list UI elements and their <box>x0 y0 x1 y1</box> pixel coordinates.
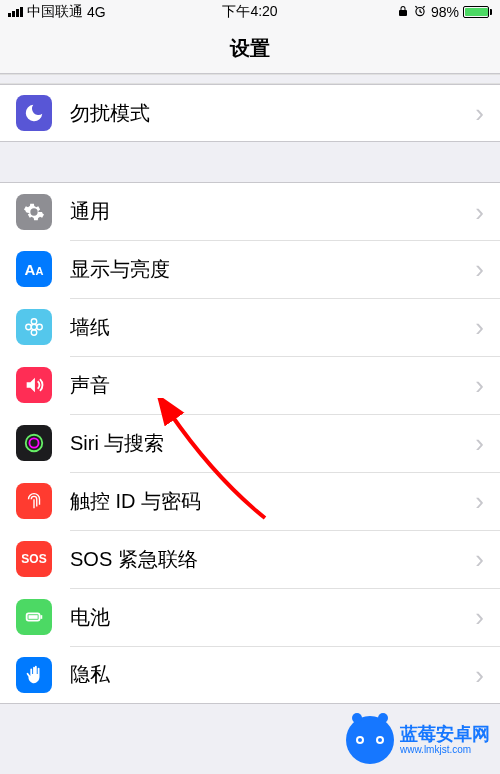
svg-point-1 <box>31 324 37 330</box>
text-size-icon: AA <box>16 251 52 287</box>
siri-icon <box>16 425 52 461</box>
svg-point-6 <box>26 435 43 452</box>
row-label: 墙纸 <box>70 314 475 341</box>
row-label: 隐私 <box>70 661 475 688</box>
chevron-right-icon: › <box>475 256 484 282</box>
gear-icon <box>16 194 52 230</box>
row-sos[interactable]: SOS SOS 紧急联络 › <box>0 530 500 588</box>
row-privacy[interactable]: 隐私 › <box>0 646 500 704</box>
svg-point-3 <box>31 330 37 336</box>
battery-pct-label: 98% <box>431 4 459 20</box>
row-label: SOS 紧急联络 <box>70 546 475 573</box>
row-general[interactable]: 通用 › <box>0 182 500 240</box>
row-label: 触控 ID 与密码 <box>70 488 475 515</box>
alarm-icon <box>413 4 427 21</box>
row-touchid[interactable]: 触控 ID 与密码 › <box>0 472 500 530</box>
row-battery[interactable]: 电池 › <box>0 588 500 646</box>
group-gap <box>0 142 500 182</box>
row-label: 显示与亮度 <box>70 256 475 283</box>
watermark: 蓝莓安卓网 www.lmkjst.com <box>346 716 490 764</box>
chevron-right-icon: › <box>475 604 484 630</box>
signal-icon <box>8 7 23 17</box>
speaker-icon <box>16 367 52 403</box>
battery-icon <box>463 6 492 18</box>
settings-group: 勿扰模式 › <box>0 84 500 142</box>
chevron-right-icon: › <box>475 546 484 572</box>
svg-rect-9 <box>40 615 42 619</box>
svg-point-5 <box>37 324 43 330</box>
chevron-right-icon: › <box>475 199 484 225</box>
row-label: 声音 <box>70 372 475 399</box>
chevron-right-icon: › <box>475 100 484 126</box>
row-siri[interactable]: Siri 与搜索 › <box>0 414 500 472</box>
chevron-right-icon: › <box>475 430 484 456</box>
chevron-right-icon: › <box>475 372 484 398</box>
spacer <box>0 74 500 84</box>
row-label: 勿扰模式 <box>70 100 475 127</box>
moon-icon <box>16 95 52 131</box>
fingerprint-icon <box>16 483 52 519</box>
settings-group: 通用 › AA 显示与亮度 › 墙纸 › 声音 › <box>0 182 500 704</box>
watermark-brand: 蓝莓安卓网 <box>400 725 490 745</box>
row-label: 电池 <box>70 604 475 631</box>
lock-icon <box>397 4 409 20</box>
status-bar: 中国联通 4G 下午4:20 98% <box>0 0 500 24</box>
page-title: 设置 <box>230 35 270 62</box>
sos-icon: SOS <box>16 541 52 577</box>
carrier-label: 中国联通 <box>27 3 83 21</box>
row-display[interactable]: AA 显示与亮度 › <box>0 240 500 298</box>
chevron-right-icon: › <box>475 662 484 688</box>
battery-row-icon <box>16 599 52 635</box>
hand-icon <box>16 657 52 693</box>
row-label: Siri 与搜索 <box>70 430 475 457</box>
nav-header: 设置 <box>0 24 500 74</box>
clock-label: 下午4:20 <box>222 3 277 21</box>
svg-point-7 <box>29 438 38 447</box>
chevron-right-icon: › <box>475 488 484 514</box>
svg-point-4 <box>26 324 32 330</box>
settings-screen: 中国联通 4G 下午4:20 98% 设置 勿扰模式 › <box>0 0 500 774</box>
watermark-url: www.lmkjst.com <box>400 744 490 755</box>
row-sound[interactable]: 声音 › <box>0 356 500 414</box>
row-dnd[interactable]: 勿扰模式 › <box>0 84 500 142</box>
flower-icon <box>16 309 52 345</box>
network-label: 4G <box>87 4 106 20</box>
row-label: 通用 <box>70 198 475 225</box>
chevron-right-icon: › <box>475 314 484 340</box>
watermark-logo-icon <box>346 716 394 764</box>
svg-point-2 <box>31 319 37 325</box>
svg-rect-10 <box>29 615 38 619</box>
row-wallpaper[interactable]: 墙纸 › <box>0 298 500 356</box>
